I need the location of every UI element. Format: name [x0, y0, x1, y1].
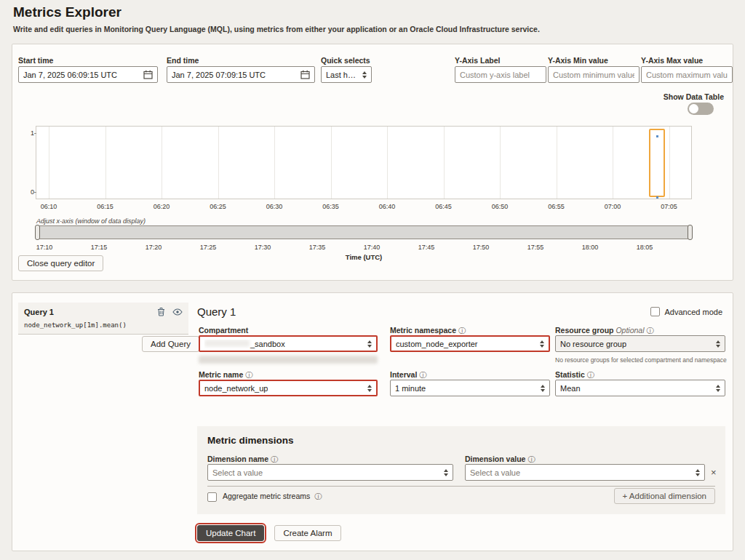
y-axis-label-label: Y-Axis Label: [455, 56, 500, 65]
chart-plot[interactable]: 06:1006:1506:2006:2506:3006:3506:4006:45…: [36, 126, 692, 199]
gridline: [49, 127, 49, 199]
calendar-icon[interactable]: [143, 70, 153, 79]
info-icon: ⓘ: [458, 327, 466, 335]
metric-name-value: node_network_up: [204, 384, 268, 393]
end-time-label: End time: [167, 56, 199, 65]
slider-tick-label: 17:40: [364, 244, 381, 251]
interval-select[interactable]: 1 minute: [390, 380, 550, 396]
show-data-table-label: Show Data Table: [664, 92, 724, 101]
query-list-item[interactable]: Query 1 node_network_up[1m].mean(): [18, 303, 188, 335]
slider-tick-label: 17:35: [309, 244, 326, 251]
x-tick-label: 06:45: [435, 203, 452, 210]
start-time-input[interactable]: Jan 7, 2025 06:09:15 UTC: [18, 66, 158, 83]
gridline: [274, 127, 275, 199]
statistic-label: Statisticⓘ: [555, 370, 594, 380]
x-slider-caption: Adjust x-axis (window of data display): [36, 217, 146, 225]
slider-tick-label: 17:20: [146, 244, 162, 251]
page-title: Metrics Explorer: [13, 4, 733, 20]
add-query-button[interactable]: Add Query: [142, 336, 199, 352]
metric-dimensions-section: Metric dimensions Dimension nameⓘ Select…: [197, 426, 725, 514]
additional-dimension-button[interactable]: + Additional dimension: [614, 488, 715, 504]
slider-tick-label: 17:50: [473, 244, 490, 251]
quick-selects-select[interactable]: Last hour: [321, 66, 372, 83]
query-item-title: Query 1: [24, 308, 157, 316]
x-tick-label: 06:15: [97, 203, 113, 210]
gridline: [218, 127, 219, 199]
compartment-value: _sandbox: [204, 340, 285, 348]
close-query-editor-button[interactable]: Close query editor: [18, 255, 103, 271]
data-point[interactable]: [656, 135, 658, 137]
end-time-input[interactable]: Jan 7, 2025 07:09:15 UTC: [167, 66, 315, 83]
compartment-select[interactable]: _sandbox: [199, 335, 378, 352]
redacted-text: [204, 340, 250, 347]
gridline: [613, 127, 613, 199]
x-tick-label: 06:20: [154, 203, 170, 210]
compartment-label: Compartment: [199, 326, 248, 335]
interval-value: 1 minute: [395, 384, 426, 393]
metric-name-select[interactable]: node_network_up: [199, 380, 378, 396]
dimension-value-value: Select a value: [470, 468, 520, 477]
end-time-value: Jan 7, 2025 07:09:15 UTC: [172, 71, 266, 79]
aggregate-streams-label: Aggregate metric streams ⓘ: [223, 492, 322, 502]
gridline: [105, 127, 106, 199]
x-tick-label: 07:05: [661, 203, 677, 210]
visibility-eye-icon[interactable]: [172, 308, 183, 316]
update-chart-button[interactable]: Update Chart: [197, 525, 264, 541]
info-icon: ⓘ: [271, 455, 278, 463]
x-tick-label: 06:35: [322, 203, 339, 210]
aggregate-streams-checkbox[interactable]: [207, 492, 217, 502]
resource-group-value: No resource group: [560, 340, 626, 348]
slider-tick-label: 17:25: [200, 244, 217, 251]
slider-handle-left[interactable]: [35, 225, 40, 240]
y-axis-min-input[interactable]: [553, 71, 634, 79]
gridline: [669, 127, 670, 199]
resource-group-helper: No resource groups for selected compartm…: [555, 356, 730, 364]
metric-namespace-select[interactable]: custom_node_exporter: [390, 335, 550, 352]
info-icon: ⓘ: [647, 327, 654, 335]
query-panel: Query 1 node_network_up[1m].mean() Add Q…: [12, 292, 733, 551]
remove-dimension-icon[interactable]: ×: [711, 468, 717, 477]
chart-highlight-box[interactable]: [649, 129, 665, 197]
info-icon: ⓘ: [419, 371, 426, 379]
create-alarm-button[interactable]: Create Alarm: [274, 525, 340, 541]
aggregate-streams-row: Aggregate metric streams ⓘ: [207, 492, 322, 502]
y-tick-label: 1: [25, 129, 34, 137]
slider-handle-right[interactable]: [688, 225, 693, 240]
gridline: [557, 127, 557, 199]
x-axis-range-slider[interactable]: [36, 225, 692, 239]
advanced-mode-checkbox[interactable]: [650, 307, 660, 316]
y-axis-label-input[interactable]: [460, 71, 541, 79]
resource-group-select[interactable]: No resource group: [555, 335, 725, 352]
dimension-name-select[interactable]: Select a value: [207, 464, 453, 481]
x-tick-label: 06:25: [210, 203, 226, 210]
query-expression: node_network_up[1m].mean(): [24, 321, 183, 329]
x-tick-label: 07:00: [605, 203, 621, 210]
start-time-value: Jan 7, 2025 06:09:15 UTC: [23, 71, 117, 79]
dimension-name-value: Select a value: [212, 468, 263, 477]
gridline: [444, 127, 445, 199]
dimension-value-label: Dimension valueⓘ: [465, 455, 535, 465]
y-tick-label: 0: [25, 188, 34, 196]
y-axis-max-input[interactable]: [646, 71, 728, 79]
gridline: [500, 127, 501, 199]
y-tick-mark: [34, 192, 36, 193]
slider-tick-label: 17:55: [527, 244, 544, 251]
select-chevrons-icon: [367, 385, 372, 392]
select-chevrons-icon: [716, 385, 720, 392]
gridline: [162, 127, 162, 199]
info-icon: ⓘ: [245, 371, 252, 379]
select-chevrons-icon: [541, 385, 545, 392]
show-data-table-toggle[interactable]: [688, 103, 714, 115]
slider-tick-label: 17:10: [36, 244, 53, 251]
info-icon: ⓘ: [527, 455, 535, 463]
dimension-value-select[interactable]: Select a value: [465, 464, 705, 481]
chart-panel: Start time Jan 7, 2025 06:09:15 UTC End …: [12, 44, 733, 281]
query-editor-title: Query 1: [197, 305, 236, 318]
calendar-icon[interactable]: [300, 70, 310, 79]
data-point[interactable]: [656, 196, 658, 199]
delete-query-icon[interactable]: [157, 307, 165, 316]
resource-group-label: Resource group Optionalⓘ: [555, 326, 654, 336]
slider-tick-label: 17:30: [255, 244, 271, 251]
y-tick-mark: [34, 133, 36, 134]
statistic-select[interactable]: Mean: [555, 380, 725, 396]
